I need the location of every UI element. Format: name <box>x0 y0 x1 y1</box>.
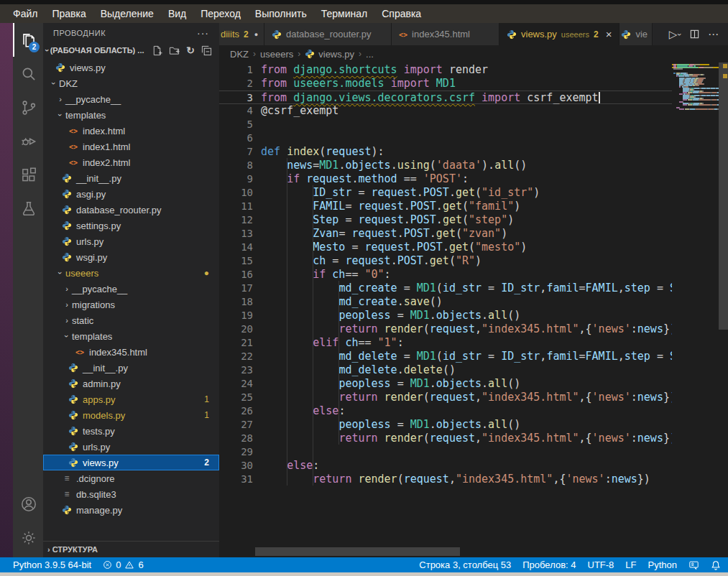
tab-views.py[interactable]: views.pyuseeers2× <box>499 23 619 45</box>
tree-file-urls.py[interactable]: urls.py <box>43 439 219 455</box>
split-editor-button[interactable] <box>689 29 700 40</box>
outline-section-header[interactable]: › СТРУКТУРА <box>43 541 219 557</box>
python-icon <box>62 205 72 215</box>
menu-item-3[interactable]: Вид <box>161 4 193 23</box>
tree-folder-__pycache__[interactable]: ›__pycache__ <box>43 91 219 107</box>
minimap[interactable] <box>672 64 719 150</box>
code-line-3[interactable]: 3from django.views.decorators.csrf impor… <box>219 90 672 104</box>
code-text: Step = request.POST.get("step") <box>253 213 514 227</box>
menu-item-2[interactable]: Выделение <box>93 4 161 23</box>
tree-file-db.sqlite3[interactable]: ≡db.sqlite3 <box>43 486 219 502</box>
tree-file-.dcignore[interactable]: ≡.dcignore <box>43 470 219 486</box>
tree-folder-migrations[interactable]: ›migrations <box>43 297 219 312</box>
eol-status[interactable]: LF <box>625 559 636 570</box>
overview-warning-mark <box>723 74 727 78</box>
python-interpreter-status[interactable]: Python 3.9.5 64-bit <box>13 559 91 570</box>
editor-body[interactable]: 1from django.shortcuts import render2fro… <box>219 62 728 557</box>
tree-file-urls.py[interactable]: urls.py <box>43 233 219 249</box>
chevron-down-icon[interactable]: › <box>676 33 684 36</box>
code-text: peopless = MD1.objects.all() <box>253 309 520 322</box>
code-line-2[interactable]: 2from useeers.models import MD1 <box>219 77 672 90</box>
indentation-status[interactable]: Пробелов: 4 <box>522 559 576 570</box>
tree-file-views.py[interactable]: views.py2 <box>43 455 219 470</box>
tree-folder-__pycache__[interactable]: ›__pycache__ <box>43 281 219 297</box>
code-line-6[interactable]: 6 <box>219 131 672 145</box>
language-mode-status[interactable]: Python <box>648 559 677 570</box>
refresh-icon[interactable]: ↻ <box>186 45 195 56</box>
breadcrumb-item-DKZ[interactable]: DKZ <box>230 49 249 60</box>
activity-explorer-icon[interactable]: 2 <box>13 23 43 57</box>
tree-file-index345.html[interactable]: <>index345.html <box>43 344 219 360</box>
vertical-scrollbar-thumb[interactable] <box>719 62 728 330</box>
code-text: md_create = MD1(id_str = ID_str,famil=FA… <box>253 282 672 295</box>
html-icon: <> <box>69 127 78 135</box>
tree-folder-static[interactable]: ›static <box>43 312 219 328</box>
vertical-scrollbar[interactable] <box>719 62 728 557</box>
tree-file-settings.py[interactable]: settings.py <box>43 218 219 233</box>
activity-search-icon[interactable] <box>13 57 43 90</box>
activity-testing-icon[interactable] <box>13 192 43 226</box>
more-actions-icon[interactable]: ⋯ <box>708 28 719 41</box>
collapse-all-button[interactable] <box>201 45 212 56</box>
menu-item-0[interactable]: Файл <box>6 4 45 23</box>
tree-folder-useeers[interactable]: ›useeers● <box>43 265 219 281</box>
tree-file-index.html[interactable]: <>index.html <box>43 123 219 139</box>
horizontal-scrollbar-thumb[interactable] <box>255 547 460 556</box>
run-python-file-button[interactable]: ▷› <box>669 28 681 41</box>
tree-file-tests.py[interactable]: tests.py <box>43 423 219 439</box>
breadcrumb-item-views.py[interactable]: views.py <box>305 49 354 60</box>
cursor-position-status[interactable]: Строка 3, столбец 53 <box>419 559 511 570</box>
tree-file-manage.py[interactable]: manage.py <box>43 502 219 518</box>
menu-item-5[interactable]: Выполнить <box>248 4 314 23</box>
code-line-1[interactable]: 1from django.shortcuts import render <box>219 63 672 77</box>
tab-diiits[interactable]: diiits2● <box>219 23 264 45</box>
dirty-dot-icon[interactable]: ● <box>254 31 258 38</box>
activity-settings-icon[interactable] <box>13 521 43 554</box>
explorer-more-actions-button[interactable]: ··· <box>197 27 209 39</box>
tree-file-apps.py[interactable]: apps.py1 <box>43 391 219 407</box>
tree-folder-templates[interactable]: ›templates <box>43 107 219 123</box>
activity-extensions-icon[interactable] <box>13 158 43 192</box>
tree-file-__init__.py[interactable]: __init__.py <box>43 170 219 186</box>
breadcrumb-item-...[interactable]: ... <box>366 49 374 60</box>
code-line-5[interactable]: 5 <box>219 118 672 131</box>
feedback-icon[interactable] <box>688 560 699 570</box>
tab-label: diiits <box>221 29 239 40</box>
tree-file-models.py[interactable]: models.py1 <box>43 407 219 423</box>
tree-file-views.py[interactable]: views.py <box>43 60 219 75</box>
tree-file-database_roouter.py[interactable]: database_roouter.py <box>43 202 219 218</box>
tree-folder-templates[interactable]: ›templates <box>43 328 219 344</box>
tree-file-index2.html[interactable]: <>index2.html <box>43 154 219 170</box>
code-text: if ch== "0": <box>253 268 391 282</box>
activity-source-control-icon[interactable] <box>13 90 43 124</box>
workspace-section-header[interactable]: › (РАБОЧАЯ ОБЛАСТЬ) ... ↻ <box>43 42 219 58</box>
line-number: 10 <box>219 186 253 200</box>
activity-run-debug-icon[interactable] <box>13 124 43 158</box>
code-text: from useeers.models import MD1 <box>253 77 456 90</box>
line-number: 7 <box>219 145 253 159</box>
breadcrumb-item-useeers[interactable]: useeers <box>260 49 293 60</box>
problems-status[interactable]: 0 6 <box>103 559 143 570</box>
menu-item-4[interactable]: Переход <box>193 4 248 23</box>
notifications-bell-icon[interactable] <box>711 560 721 570</box>
tree-file-asgi.py[interactable]: asgi.py <box>43 186 219 202</box>
menu-item-7[interactable]: Справка <box>374 4 428 23</box>
tab-index345.html[interactable]: <>index345.html <box>392 23 499 45</box>
encoding-status[interactable]: UTF-8 <box>588 559 614 570</box>
close-tab-icon[interactable]: × <box>606 28 612 40</box>
activity-account-icon[interactable] <box>13 487 43 521</box>
tree-folder-DKZ[interactable]: ›DKZ <box>43 75 219 91</box>
tab-vie[interactable]: vie <box>619 23 653 45</box>
menu-item-1[interactable]: Правка <box>45 4 93 23</box>
tab-database_roouter.py[interactable]: database_roouter.py <box>264 23 392 45</box>
tree-file-admin.py[interactable]: admin.py <box>43 376 219 391</box>
menu-item-6[interactable]: Терминал <box>314 4 374 23</box>
tree-file-wsgi.py[interactable]: wsgi.py <box>43 249 219 265</box>
tree-file-__init__.py[interactable]: __init__.py <box>43 360 219 376</box>
new-folder-button[interactable] <box>169 45 180 56</box>
new-file-button[interactable] <box>152 45 162 56</box>
tree-item-label: __init__.py <box>76 173 121 184</box>
tree-file-index1.html[interactable]: <>index1.html <box>43 139 219 154</box>
code-line-4[interactable]: 4@csrf_exempt <box>219 104 672 118</box>
code-line-7[interactable]: 7def index(request): <box>219 145 672 159</box>
